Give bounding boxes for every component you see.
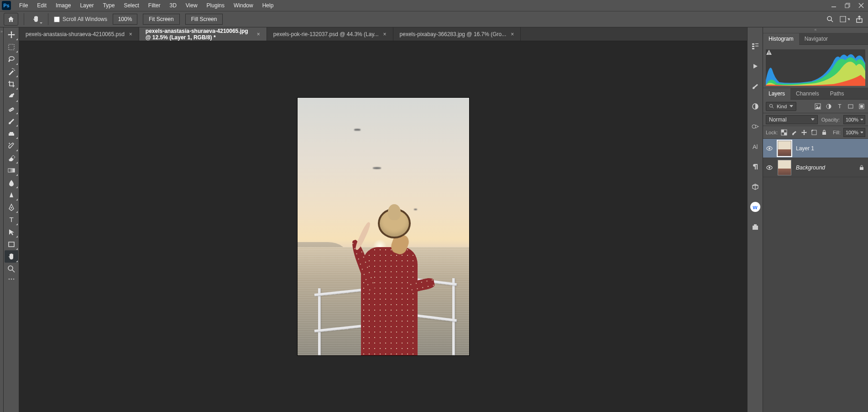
blend-mode-select[interactable]: Normal bbox=[766, 115, 818, 124]
menu-edit[interactable]: Edit bbox=[32, 0, 51, 11]
visibility-icon[interactable] bbox=[766, 164, 773, 171]
history-brush-tool-icon[interactable] bbox=[5, 139, 18, 152]
layer-filter-kind[interactable]: Kind bbox=[766, 102, 796, 111]
scroll-all-windows-input[interactable] bbox=[54, 16, 60, 22]
svg-text:A: A bbox=[753, 143, 757, 150]
clone-stamp-tool-icon[interactable] bbox=[5, 127, 18, 139]
tab-histogram[interactable]: Histogram bbox=[763, 33, 799, 45]
marquee-tool-icon[interactable] bbox=[5, 41, 18, 53]
eyedropper-tool-icon[interactable] bbox=[5, 90, 18, 102]
canvas-viewport[interactable] bbox=[19, 41, 747, 412]
menu-window[interactable]: Window bbox=[229, 0, 258, 11]
close-icon[interactable]: × bbox=[257, 31, 260, 37]
eraser-tool-icon[interactable] bbox=[5, 152, 18, 164]
menu-plugins[interactable]: Plugins bbox=[202, 0, 229, 11]
character-panel-icon[interactable]: A bbox=[750, 142, 760, 152]
menu-help[interactable]: Help bbox=[258, 0, 278, 11]
blur-tool-icon[interactable] bbox=[5, 176, 18, 189]
fill-input[interactable]: 100% bbox=[843, 128, 865, 137]
zoom-value[interactable]: 100% bbox=[113, 14, 137, 25]
share-icon[interactable] bbox=[854, 14, 864, 24]
dodge-tool-icon[interactable] bbox=[5, 189, 18, 201]
paragraph-panel-icon[interactable] bbox=[750, 162, 760, 172]
tab-navigator[interactable]: Navigator bbox=[799, 33, 833, 44]
lock-pixels-icon[interactable] bbox=[790, 129, 798, 136]
doc-tab-0[interactable]: pexels-anastasia-shuraeva-4210065.psd× bbox=[19, 27, 139, 41]
tool-panel-collapse[interactable]: » bbox=[0, 27, 4, 412]
filter-type-icon[interactable]: T bbox=[836, 103, 843, 110]
svg-rect-37 bbox=[753, 226, 758, 230]
lock-position-icon[interactable] bbox=[800, 129, 808, 136]
edit-toolbar-icon[interactable] bbox=[5, 275, 18, 283]
filter-smart-icon[interactable] bbox=[858, 103, 865, 110]
hand-tool-icon[interactable] bbox=[5, 250, 18, 263]
pen-tool-icon[interactable] bbox=[5, 201, 18, 213]
filter-pixel-icon[interactable] bbox=[814, 103, 821, 110]
doc-tab-1[interactable]: pexels-anastasia-shuraeva-4210065.jpg @ … bbox=[139, 27, 267, 41]
lock-transparency-icon[interactable] bbox=[780, 129, 788, 136]
menu-type[interactable]: Type bbox=[98, 0, 119, 11]
search-icon[interactable] bbox=[825, 14, 835, 24]
fit-screen-button[interactable]: Fit Screen bbox=[143, 14, 180, 25]
layer-thumbnail[interactable] bbox=[778, 141, 791, 156]
filter-adjust-icon[interactable] bbox=[825, 103, 832, 110]
lock-artboard-icon[interactable] bbox=[810, 129, 818, 136]
lock-all-icon[interactable] bbox=[821, 129, 828, 136]
close-icon[interactable]: × bbox=[129, 31, 132, 37]
doc-tab-2[interactable]: pexels-pok-rie-132037.psd @ 44.3% (Lay..… bbox=[267, 27, 393, 41]
properties-panel-icon[interactable] bbox=[750, 41, 760, 51]
opacity-input[interactable]: 100% bbox=[843, 115, 865, 124]
brush-tool-icon[interactable] bbox=[5, 115, 18, 127]
layer-row[interactable]: Layer 1 bbox=[763, 139, 868, 158]
window-minimize-icon[interactable] bbox=[827, 0, 841, 11]
menu-view[interactable]: View bbox=[181, 0, 202, 11]
panel-collapse-icon[interactable]: « bbox=[763, 27, 868, 33]
close-icon[interactable]: × bbox=[511, 31, 514, 37]
window-restore-icon[interactable] bbox=[841, 0, 854, 11]
menu-filter[interactable]: Filter bbox=[144, 0, 165, 11]
type-tool-icon[interactable]: T bbox=[5, 213, 18, 226]
magic-wand-tool-icon[interactable] bbox=[5, 65, 18, 78]
path-selection-tool-icon[interactable] bbox=[5, 226, 18, 238]
filter-shape-icon[interactable] bbox=[847, 103, 854, 110]
tab-channels[interactable]: Channels bbox=[790, 88, 825, 99]
layer-name[interactable]: Background bbox=[796, 164, 825, 171]
menu-3d[interactable]: 3D bbox=[165, 0, 181, 11]
brushes-panel-icon[interactable] bbox=[750, 81, 760, 91]
workspace-icon[interactable] bbox=[840, 14, 850, 24]
histogram-warning-icon[interactable] bbox=[766, 49, 772, 56]
zoom-tool-icon[interactable] bbox=[5, 263, 18, 275]
tab-paths[interactable]: Paths bbox=[825, 88, 850, 99]
menu-layer[interactable]: Layer bbox=[75, 0, 98, 11]
3d-panel-icon[interactable] bbox=[750, 182, 760, 192]
adjustments-panel-icon[interactable] bbox=[750, 101, 760, 111]
close-icon[interactable]: × bbox=[383, 31, 387, 37]
layer-thumbnail[interactable] bbox=[778, 160, 791, 175]
layer-row[interactable]: Background bbox=[763, 158, 868, 177]
menu-file[interactable]: File bbox=[15, 0, 32, 11]
svg-point-26 bbox=[13, 279, 14, 280]
tool-preset-hand-icon[interactable] bbox=[30, 13, 42, 26]
info-panel-icon[interactable] bbox=[750, 222, 760, 232]
visibility-icon[interactable] bbox=[766, 145, 773, 152]
menu-image[interactable]: Image bbox=[51, 0, 75, 11]
collapsed-panels: A w bbox=[747, 27, 763, 412]
menu-select[interactable]: Select bbox=[119, 0, 143, 11]
libraries-panel-icon[interactable] bbox=[750, 121, 760, 132]
home-button[interactable] bbox=[4, 13, 18, 26]
plugin-w-icon[interactable]: w bbox=[750, 202, 760, 212]
gradient-tool-icon[interactable] bbox=[5, 164, 18, 176]
window-close-icon[interactable] bbox=[854, 0, 868, 11]
opacity-label: Opacity: bbox=[821, 117, 840, 122]
tab-layers[interactable]: Layers bbox=[763, 88, 790, 100]
healing-brush-tool-icon[interactable] bbox=[5, 102, 18, 115]
move-tool-icon[interactable] bbox=[5, 28, 18, 41]
scroll-all-windows-checkbox[interactable]: Scroll All Windows bbox=[54, 16, 107, 22]
doc-tab-3[interactable]: pexels-pixabay-366283.jpg @ 16.7% (Gro..… bbox=[393, 27, 521, 41]
fill-screen-button[interactable]: Fill Screen bbox=[185, 14, 223, 25]
lasso-tool-icon[interactable] bbox=[5, 53, 18, 65]
layer-name[interactable]: Layer 1 bbox=[796, 145, 814, 152]
crop-tool-icon[interactable] bbox=[5, 78, 18, 90]
rectangle-tool-icon[interactable] bbox=[5, 238, 18, 250]
actions-panel-icon[interactable] bbox=[750, 61, 760, 71]
